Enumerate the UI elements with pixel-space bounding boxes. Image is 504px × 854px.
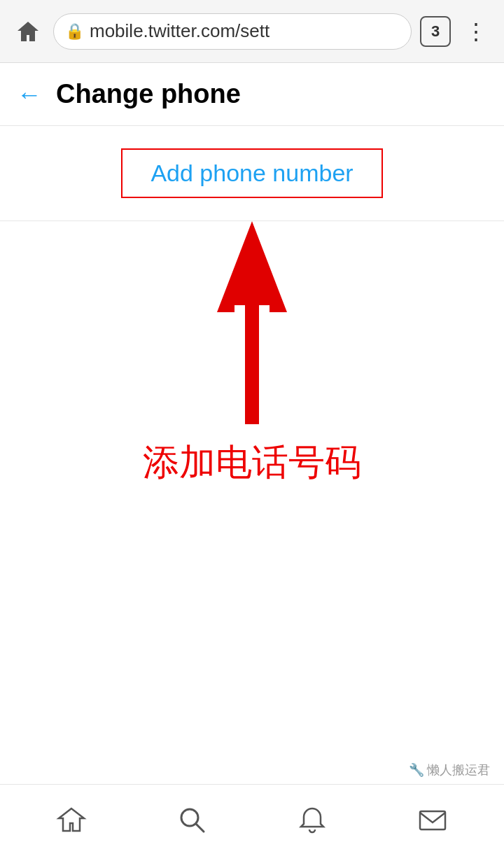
svg-rect-0 xyxy=(245,305,259,424)
back-button[interactable]: ← xyxy=(17,82,42,107)
nav-home[interactable] xyxy=(43,792,99,848)
red-arrow-annotation xyxy=(210,221,294,424)
svg-line-3 xyxy=(196,824,204,832)
svg-rect-4 xyxy=(420,811,445,830)
lock-icon: 🔒 xyxy=(65,22,84,41)
nav-messages-icon xyxy=(417,804,448,835)
browser-bar: 🔒 mobile.twitter.com/sett 3 ⋮ xyxy=(0,0,504,63)
nav-search-icon xyxy=(176,804,207,835)
main-content: 添加电话号码 xyxy=(0,221,504,711)
add-phone-row: Add phone number xyxy=(0,126,504,221)
page-title: Change phone xyxy=(56,79,241,109)
tab-count-badge[interactable]: 3 xyxy=(420,16,451,47)
svg-marker-1 xyxy=(217,221,287,312)
watermark-text: 懒人搬运君 xyxy=(427,762,490,778)
browser-menu-button[interactable]: ⋮ xyxy=(459,13,493,50)
home-icon xyxy=(15,19,41,44)
nav-home-icon xyxy=(56,804,87,835)
nav-notifications[interactable] xyxy=(284,792,340,848)
annotation-text: 添加电话号码 xyxy=(143,438,361,487)
url-text: mobile.twitter.com/sett xyxy=(90,20,270,42)
nav-search[interactable] xyxy=(164,792,220,848)
address-bar[interactable]: 🔒 mobile.twitter.com/sett xyxy=(53,13,412,50)
browser-home-button[interactable] xyxy=(11,15,45,48)
bottom-nav xyxy=(0,784,504,854)
nav-notifications-icon xyxy=(297,804,328,835)
add-phone-button[interactable]: Add phone number xyxy=(121,148,382,198)
watermark: 🔧 懒人搬运君 xyxy=(409,762,490,778)
page-header: ← Change phone xyxy=(0,63,504,126)
nav-messages[interactable] xyxy=(405,792,461,848)
watermark-icon: 🔧 xyxy=(409,762,424,778)
